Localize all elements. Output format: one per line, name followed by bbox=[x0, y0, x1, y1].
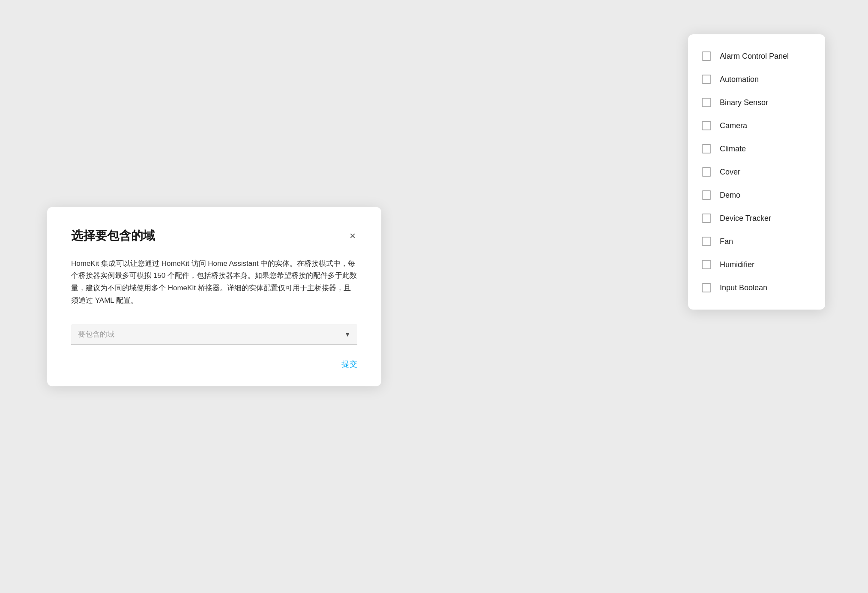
item-label-camera: Camera bbox=[720, 121, 747, 130]
dropdown-item-fan[interactable]: Fan bbox=[688, 230, 825, 253]
dialog-footer: 提交 bbox=[71, 359, 357, 369]
checkbox-cover[interactable] bbox=[702, 167, 711, 177]
dropdown-arrow-icon: ▼ bbox=[344, 331, 350, 337]
dropdown-item-cover[interactable]: Cover bbox=[688, 160, 825, 184]
checkbox-fan[interactable] bbox=[702, 237, 711, 246]
item-label-humidifier: Humidifier bbox=[720, 260, 754, 269]
dialog: 选择要包含的域 × HomeKit 集成可以让您通过 HomeKit 访问 Ho… bbox=[47, 207, 381, 386]
dialog-description: HomeKit 集成可以让您通过 HomeKit 访问 Home Assista… bbox=[71, 257, 357, 307]
domain-dropdown[interactable]: 要包含的域 ▼ bbox=[71, 324, 357, 345]
dropdown-item-alarm-control-panel[interactable]: Alarm Control Panel bbox=[688, 45, 825, 68]
dropdown-item-input-boolean[interactable]: Input Boolean bbox=[688, 276, 825, 299]
dropdown-item-automation[interactable]: Automation bbox=[688, 68, 825, 91]
checkbox-binary-sensor[interactable] bbox=[702, 98, 711, 107]
item-label-binary-sensor: Binary Sensor bbox=[720, 98, 768, 107]
close-button[interactable]: × bbox=[348, 229, 357, 242]
item-label-fan: Fan bbox=[720, 237, 733, 246]
dropdown-item-binary-sensor[interactable]: Binary Sensor bbox=[688, 91, 825, 114]
item-label-automation: Automation bbox=[720, 75, 759, 84]
dropdown-panel: Alarm Control PanelAutomationBinary Sens… bbox=[688, 34, 825, 310]
dialog-title: 选择要包含的域 bbox=[71, 227, 155, 244]
dropdown-item-device-tracker[interactable]: Device Tracker bbox=[688, 207, 825, 230]
dropdown-placeholder: 要包含的域 bbox=[78, 329, 114, 339]
item-label-device-tracker: Device Tracker bbox=[720, 214, 771, 223]
checkbox-input-boolean[interactable] bbox=[702, 283, 711, 292]
dialog-header: 选择要包含的域 × bbox=[71, 227, 357, 244]
item-label-input-boolean: Input Boolean bbox=[720, 283, 767, 292]
checkbox-alarm-control-panel[interactable] bbox=[702, 51, 711, 61]
checkbox-automation[interactable] bbox=[702, 75, 711, 84]
dropdown-item-humidifier[interactable]: Humidifier bbox=[688, 253, 825, 276]
checkbox-camera[interactable] bbox=[702, 121, 711, 130]
item-label-demo: Demo bbox=[720, 191, 740, 200]
checkbox-demo[interactable] bbox=[702, 190, 711, 200]
submit-button[interactable]: 提交 bbox=[341, 359, 357, 369]
dropdown-item-camera[interactable]: Camera bbox=[688, 114, 825, 137]
checkbox-device-tracker[interactable] bbox=[702, 214, 711, 223]
page-container: 选择要包含的域 × HomeKit 集成可以让您通过 HomeKit 访问 Ho… bbox=[0, 0, 868, 593]
item-label-alarm-control-panel: Alarm Control Panel bbox=[720, 52, 789, 61]
checkbox-climate[interactable] bbox=[702, 144, 711, 154]
dropdown-item-demo[interactable]: Demo bbox=[688, 184, 825, 207]
item-label-climate: Climate bbox=[720, 144, 746, 154]
checkbox-humidifier[interactable] bbox=[702, 260, 711, 269]
dropdown-item-climate[interactable]: Climate bbox=[688, 137, 825, 160]
item-label-cover: Cover bbox=[720, 168, 740, 177]
